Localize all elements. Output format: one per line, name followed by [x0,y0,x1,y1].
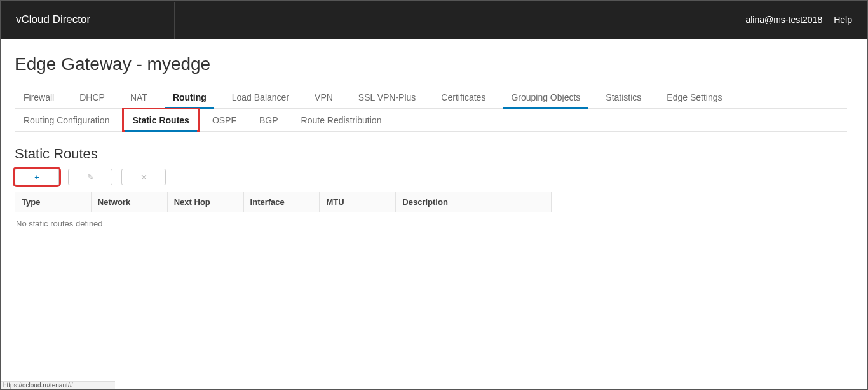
sub-tabs: Routing Configuration Static Routes OSPF… [15,109,847,132]
toolbar: + ✎ ✕ [15,169,847,185]
top-bar: vCloud Director alina@ms-test2018 Help [1,1,867,39]
edit-icon: ✎ [87,172,94,182]
subtab-ospf[interactable]: OSPF [203,109,245,131]
user-area: alina@ms-test2018 Help [745,15,852,25]
primary-tabs: Firewall DHCP NAT Routing Load Balancer … [15,86,847,109]
routes-table: Type Network Next Hop Interface MTU Desc… [15,192,552,212]
section-title: Static Routes [15,146,847,162]
col-description[interactable]: Description [396,192,552,212]
tab-certificates[interactable]: Certificates [432,86,494,108]
help-link[interactable]: Help [834,15,852,25]
delete-button[interactable]: ✕ [121,169,166,185]
col-mtu[interactable]: MTU [320,192,396,212]
tab-dhcp[interactable]: DHCP [71,86,114,108]
main-scroll[interactable]: Edge Gateway - myedge Firewall DHCP NAT … [1,39,861,381]
tab-vpn[interactable]: VPN [306,86,342,108]
plus-icon: + [34,172,39,182]
col-next-hop[interactable]: Next Hop [167,192,243,212]
empty-message: No static routes defined [15,212,847,235]
col-interface[interactable]: Interface [243,192,320,212]
page-title: Edge Gateway - myedge [15,54,847,74]
tab-nat[interactable]: NAT [121,86,156,108]
tab-grouping-objects[interactable]: Grouping Objects [502,86,589,108]
col-network[interactable]: Network [91,192,167,212]
tab-load-balancer[interactable]: Load Balancer [223,86,298,108]
user-menu[interactable]: alina@ms-test2018 [745,15,822,25]
content-area: Edge Gateway - myedge Firewall DHCP NAT … [1,39,861,235]
subtab-bgp[interactable]: BGP [250,109,287,131]
delete-icon: ✕ [140,172,147,182]
add-button[interactable]: + [15,169,59,185]
brand-title: vCloud Director [16,13,90,26]
subtab-static-routes[interactable]: Static Routes [123,109,198,131]
edit-button[interactable]: ✎ [68,169,112,185]
tab-routing[interactable]: Routing [164,86,215,108]
table-header-row: Type Network Next Hop Interface MTU Desc… [15,192,552,212]
subtab-routing-configuration[interactable]: Routing Configuration [15,109,118,131]
tab-edge-settings[interactable]: Edge Settings [658,86,731,108]
col-type[interactable]: Type [15,192,92,212]
status-bar: https://dcloud.ru/tenant/# [1,381,115,389]
tab-statistics[interactable]: Statistics [597,86,650,108]
subtab-route-redistribution[interactable]: Route Redistribution [292,109,391,131]
tab-ssl-vpn-plus[interactable]: SSL VPN-Plus [349,86,425,108]
tab-firewall[interactable]: Firewall [15,86,63,108]
